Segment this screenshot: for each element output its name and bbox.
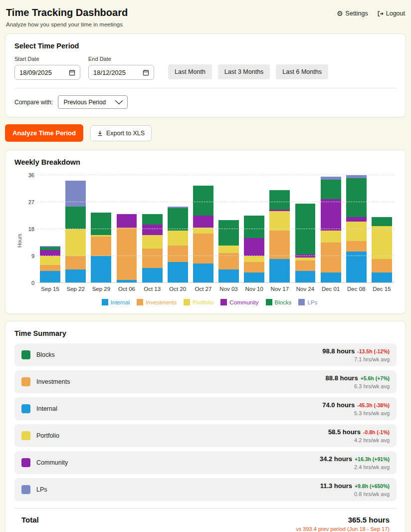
bar-segment-blocks[interactable] [346,178,367,217]
settings-label: Settings [346,10,368,17]
y-tick-label: 0 [31,280,34,286]
bar-segment-internal[interactable] [91,256,111,283]
bar-segment-internal[interactable] [269,259,290,283]
bar-segment-investments[interactable] [269,231,290,259]
stacked-bar-dec-01[interactable] [321,177,341,283]
bar-segment-portfolio[interactable] [40,256,60,265]
bar-slot [216,175,241,283]
stacked-bar-sep-29[interactable] [91,213,111,283]
bar-segment-internal[interactable] [346,252,367,283]
bar-segment-blocks[interactable] [91,213,111,235]
logout-button[interactable]: Logout [377,10,405,17]
legend-item-lps[interactable]: LPs [298,299,317,305]
stacked-bar-nov-10[interactable] [244,216,264,283]
last-6-months-button[interactable]: Last 6 Months [276,64,328,79]
export-to-xls-button[interactable]: Export to XLS [90,125,152,141]
bar-slot [292,175,318,283]
stacked-bar-dec-15[interactable] [372,217,392,283]
bar-segment-portfolio[interactable] [168,231,188,246]
end-date-input[interactable]: 18/12/2025 [88,65,154,80]
bar-segment-portfolio[interactable] [269,211,290,231]
stacked-bar-nov-17[interactable] [269,190,290,283]
bar-segment-internal[interactable] [168,262,188,283]
bar-segment-investments[interactable] [65,256,86,269]
legend-label: Community [229,299,258,305]
bar-segment-community[interactable] [321,199,341,231]
bar-segment-internal[interactable] [40,271,60,283]
bar-segment-internal[interactable] [142,268,163,283]
bar-segment-portfolio[interactable] [321,231,341,243]
bar-segment-blocks[interactable] [65,207,86,229]
legend-label: Investments [146,299,177,305]
bar-segment-blocks[interactable] [321,180,341,199]
legend-item-blocks[interactable]: Blocks [266,299,292,305]
bar-segment-portfolio[interactable] [65,229,86,256]
bar-segment-internal[interactable] [244,272,264,283]
stacked-bar-nov-24[interactable] [295,204,316,283]
stacked-bar-oct-20[interactable] [168,207,188,283]
bar-segment-internal[interactable] [193,264,213,283]
summary-row-left: LPs [21,485,47,494]
calendar-icon[interactable] [69,69,75,76]
bar-segment-blocks[interactable] [372,217,392,226]
stacked-bar-sep-15[interactable] [40,246,60,283]
bar-segment-blocks[interactable] [244,216,264,238]
last-3-months-button[interactable]: Last 3 Months [218,64,270,79]
last-month-button[interactable]: Last Month [168,64,212,79]
bar-segment-portfolio[interactable] [218,246,239,253]
stacked-bar-oct-27[interactable] [193,186,213,283]
bar-segment-portfolio[interactable] [346,222,367,241]
bar-segment-blocks[interactable] [218,220,239,246]
bar-segment-investments[interactable] [91,237,111,256]
bar-segment-investments[interactable] [372,259,392,272]
bar-segment-internal[interactable] [65,269,86,283]
bar-segment-investments[interactable] [244,262,264,272]
stacked-bar-dec-08[interactable] [346,175,367,283]
x-tick-label: Dec 01 [318,286,344,292]
bar-segment-blocks[interactable] [269,190,290,210]
bar-segment-community[interactable] [142,225,163,235]
category-color-swatch [21,350,30,359]
total-comparison-note: vs 393.4 prev period (Jun 18 - Sep 17) [296,526,390,532]
legend-item-portfolio[interactable]: Portfolio [184,299,213,305]
bar-segment-blocks[interactable] [193,186,213,216]
bar-segment-investments[interactable] [193,234,213,264]
stacked-bar-sep-22[interactable] [65,181,86,283]
stacked-bar-nov-03[interactable] [218,220,239,283]
bar-segment-internal[interactable] [295,271,316,283]
bar-segment-internal[interactable] [372,272,392,283]
bar-segment-blocks[interactable] [168,208,188,231]
category-color-swatch [21,404,30,413]
settings-button[interactable]: ⚙ Settings [337,10,368,17]
bar-segment-portfolio[interactable] [142,235,163,249]
bar-segment-community[interactable] [193,216,213,228]
bar-segment-investments[interactable] [142,249,163,268]
bar-segment-lps[interactable] [65,181,86,207]
start-date-input[interactable]: 18/09/2025 [14,65,80,80]
bar-segment-community[interactable] [117,214,137,228]
legend-item-internal[interactable]: Internal [102,299,130,305]
analyze-time-period-button[interactable]: Analyze Time Period [5,124,83,142]
calendar-icon[interactable] [143,69,149,76]
actions-row: Analyze Time Period Export to XLS [5,124,406,142]
stacked-bar-oct-06[interactable] [117,214,137,283]
legend-item-community[interactable]: Community [220,299,258,305]
bar-segment-internal[interactable] [321,272,341,283]
bar-segment-portfolio[interactable] [372,226,392,259]
bar-segment-blocks[interactable] [295,204,316,255]
bar-segment-investments[interactable] [321,243,341,272]
compare-select[interactable]: Previous Period [58,95,128,109]
weekly-average: 2.4 hrs/wk avg [320,464,390,470]
bar-segment-investments[interactable] [117,228,137,280]
legend-item-investments[interactable]: Investments [137,299,177,305]
bar-segment-blocks[interactable] [142,214,163,225]
bar-segment-internal[interactable] [218,269,239,283]
bar-segment-community[interactable] [346,217,367,222]
bar-segment-community[interactable] [244,238,264,256]
bar-segment-investments[interactable] [40,265,60,271]
bar-segment-portfolio[interactable] [244,256,264,262]
bar-segment-investments[interactable] [168,246,188,262]
bar-segment-investments[interactable] [346,241,367,252]
stacked-bar-oct-13[interactable] [142,214,163,283]
bar-segment-investments[interactable] [295,261,316,271]
